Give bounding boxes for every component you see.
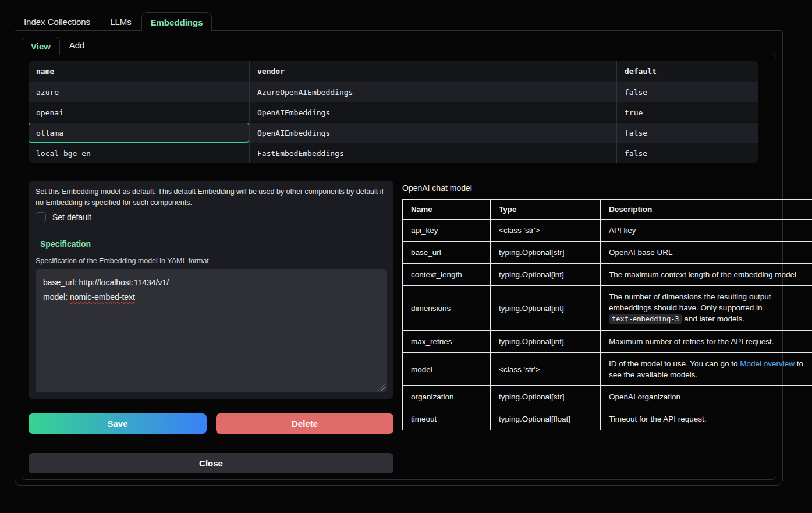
- param-description: Maximum number of retries for the API re…: [601, 331, 812, 353]
- param-description: OpenAI base URL: [601, 242, 812, 264]
- param-row-organization: organization typing.Optional[str] OpenAI…: [403, 386, 812, 408]
- cell-vendor[interactable]: FastEmbedEmbeddings: [249, 143, 616, 163]
- specification-heading: Specification: [40, 239, 91, 249]
- cell-vendor[interactable]: AzureOpenAIEmbeddings: [249, 82, 616, 102]
- header-name: Name: [403, 200, 491, 220]
- cell-default[interactable]: false: [616, 82, 758, 102]
- param-row-model: model <class 'str'> ID of the model to u…: [403, 353, 812, 386]
- param-type: <class 'str'>: [491, 353, 601, 386]
- resize-grip-icon[interactable]: [378, 384, 385, 391]
- spec-table-title: OpenAI chat model: [402, 183, 472, 193]
- table-row-ollama-selected[interactable]: ollama OpenAIEmbeddings false: [29, 122, 758, 143]
- param-row-dimensions: dimensions typing.Optional[int] The numb…: [403, 286, 812, 331]
- header-type: Type: [491, 200, 601, 220]
- description-text: and later models.: [682, 314, 744, 323]
- cell-vendor[interactable]: OpenAIEmbeddings: [249, 102, 616, 122]
- inline-code-chip: text-embedding-3: [609, 314, 682, 324]
- param-name: model: [403, 353, 491, 386]
- embeddings-table: name vendor default azure AzureOpenAIEmb…: [29, 61, 758, 163]
- yaml-line-2-key: model:: [43, 292, 70, 302]
- model-overview-link[interactable]: Model overview: [740, 359, 795, 368]
- tab-add[interactable]: Add: [60, 37, 94, 54]
- tab-embeddings[interactable]: Embeddings: [141, 12, 212, 31]
- param-type: typing.Optional[float]: [491, 408, 601, 430]
- column-header-default: default: [616, 61, 758, 82]
- yaml-line-1: base_url: http://localhost:11434/v1/: [43, 275, 379, 290]
- app-page: Index Collections LLMs Embeddings View A…: [0, 0, 812, 513]
- cell-default[interactable]: true: [616, 102, 758, 122]
- param-name: context_length: [403, 264, 491, 286]
- param-description: The number of dimensions the resulting o…: [601, 286, 812, 331]
- cell-name[interactable]: azure: [29, 82, 249, 102]
- embeddings-table-header: name vendor default: [29, 61, 758, 82]
- param-description: OpenAI organization: [601, 386, 812, 408]
- table-row-openai[interactable]: openai OpenAIEmbeddings true: [29, 102, 758, 122]
- param-description: The maximum context length of the embedd…: [601, 264, 812, 286]
- param-name: max_retries: [403, 331, 491, 353]
- param-name: dimensions: [403, 286, 491, 331]
- set-default-row[interactable]: Set default: [36, 212, 91, 222]
- param-type: <class 'str'>: [491, 220, 601, 242]
- save-button[interactable]: Save: [29, 413, 207, 434]
- param-description: API key: [601, 220, 812, 242]
- param-row-api-key: api_key <class 'str'> API key: [403, 220, 812, 242]
- cell-name[interactable]: openai: [29, 102, 249, 122]
- description-text: The number of dimensions the resulting o…: [609, 292, 771, 312]
- tab-index-collections[interactable]: Index Collections: [15, 13, 100, 30]
- column-header-vendor: vendor: [249, 61, 616, 82]
- set-default-checkbox[interactable]: [36, 212, 46, 222]
- tab-llms[interactable]: LLMs: [104, 13, 138, 30]
- param-name: api_key: [403, 220, 491, 242]
- cell-vendor[interactable]: OpenAIEmbeddings: [249, 122, 616, 143]
- param-name: timeout: [403, 408, 491, 430]
- param-row-timeout: timeout typing.Optional[float] Timeout f…: [403, 408, 812, 430]
- param-type: typing.Optional[int]: [491, 331, 601, 353]
- delete-button[interactable]: Delete: [216, 413, 393, 434]
- param-type: typing.Optional[str]: [491, 242, 601, 264]
- set-default-hint: Set this Embedding model as default. Thi…: [36, 186, 385, 208]
- table-row-azure[interactable]: azure AzureOpenAIEmbeddings false: [29, 82, 758, 102]
- param-description: Timeout for the API request.: [601, 408, 812, 430]
- tab-view[interactable]: View: [22, 37, 60, 55]
- cell-name-selected[interactable]: ollama: [29, 122, 249, 143]
- parameters-table: Name Type Description api_key <class 'st…: [402, 199, 812, 430]
- param-row-base-url: base_url typing.Optional[str] OpenAI bas…: [403, 242, 812, 264]
- cell-name[interactable]: local-bge-en: [29, 143, 249, 163]
- yaml-line-2-value: nomic-embed-text: [70, 292, 135, 302]
- column-header-name: name: [29, 61, 249, 82]
- param-name: organization: [403, 386, 491, 408]
- default-settings-panel: Set this Embedding model as default. Thi…: [29, 181, 393, 399]
- param-description: ID of the model to use. You can go to Mo…: [601, 353, 812, 386]
- description-text: ID of the model to use. You can go to: [609, 359, 740, 368]
- spec-yaml-editor[interactable]: base_url: http://localhost:11434/v1/ mod…: [36, 269, 387, 392]
- set-default-label: Set default: [52, 213, 91, 222]
- parameters-table-header: Name Type Description: [403, 200, 812, 220]
- specification-caption: Specification of the Embedding model in …: [36, 257, 209, 265]
- param-type: typing.Optional[int]: [491, 286, 601, 331]
- param-row-context-length: context_length typing.Optional[int] The …: [403, 264, 812, 286]
- param-row-max-retries: max_retries typing.Optional[int] Maximum…: [403, 331, 812, 353]
- param-type: typing.Optional[int]: [491, 264, 601, 286]
- table-row-local-bge-en[interactable]: local-bge-en FastEmbedEmbeddings false: [29, 143, 758, 163]
- close-button[interactable]: Close: [29, 453, 393, 473]
- yaml-line-2: model: nomic-embed-text: [43, 290, 379, 305]
- header-description: Description: [601, 200, 812, 220]
- param-type: typing.Optional[str]: [491, 386, 601, 408]
- param-name: base_url: [403, 242, 491, 264]
- cell-default[interactable]: false: [616, 122, 758, 143]
- cell-default[interactable]: false: [616, 143, 758, 163]
